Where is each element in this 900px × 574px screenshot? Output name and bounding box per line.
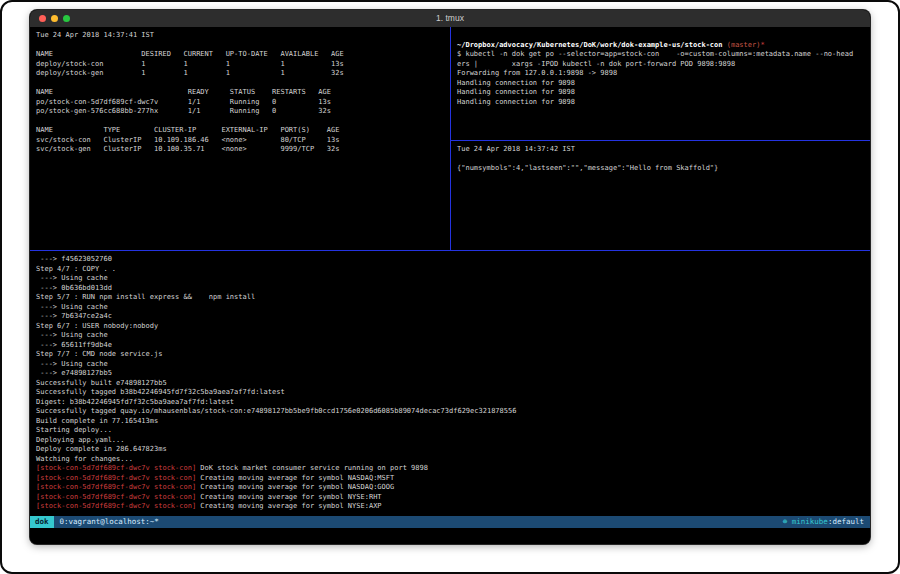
- terminal-line: {"numsymbols":4,"lastseen":"","message":…: [457, 164, 864, 174]
- pane-service-response[interactable]: Tue 24 Apr 2018 14:37:42 IST{"numsymbols…: [451, 141, 870, 250]
- terminal-line: deploy/stock-gen 1 1 1 1 32s: [36, 69, 444, 79]
- text-segment: Deploying app.yaml...: [36, 436, 125, 444]
- text-segment: ---> Using cache: [36, 360, 108, 368]
- terminal-line: Tue 24 Apr 2018 14:37:41 IST: [36, 31, 444, 41]
- text-segment: Step 7/7 : CMD node service.js: [36, 350, 162, 358]
- terminal-line: Step 7/7 : CMD node service.js: [36, 350, 864, 360]
- text-segment: svc/stock-con ClusterIP 10.109.186.46 <n…: [36, 136, 339, 144]
- terminal-line: [36, 117, 444, 127]
- text-segment: Creating moving average for symbol NASDA…: [196, 474, 394, 482]
- terminal-line: [36, 41, 444, 51]
- terminal-line: Digest: b38b42246945fd7f32c5ba9aea7af7fd…: [36, 398, 864, 408]
- terminal-line: ---> e74898127bb5: [36, 369, 864, 379]
- text-segment: ---> Using cache: [36, 331, 108, 339]
- text-segment: Successfully tagged quay.io/mhausenblas/…: [36, 407, 516, 415]
- terminal-line: [457, 155, 864, 165]
- terminal-line: Build complete in 77.165413ms: [36, 417, 864, 427]
- window-title: 1. tmux: [30, 10, 870, 27]
- terminal-line: NAME DESIRED CURRENT UP-TO-DATE AVAILABL…: [36, 50, 444, 60]
- terminal-line: Handling connection for 9898: [457, 88, 864, 98]
- status-bar-spacer: [165, 516, 777, 528]
- terminal-line: [stock-con-5d7df689cf-dwc7v stock-con] C…: [36, 493, 864, 503]
- text-segment: ers | xargs -IPOD kubectl -n dok port-fo…: [457, 60, 735, 68]
- text-segment: {"numsymbols":4,"lastseen":"","message":…: [457, 164, 718, 172]
- red-text: [stock-con-5d7df689cf-dwc7v stock-con]: [36, 464, 196, 472]
- terminal-line: po/stock-con-5d7df689cf-dwc7v 1/1 Runnin…: [36, 98, 444, 108]
- text-segment: Step 4/7 : COPY . .: [36, 265, 116, 273]
- terminal-line: svc/stock-con ClusterIP 10.109.186.46 <n…: [36, 136, 444, 146]
- terminal-line: [457, 31, 864, 41]
- terminal-line: Tue 24 Apr 2018 14:37:42 IST: [457, 145, 864, 155]
- terminal-line: Watching for changes...: [36, 455, 864, 465]
- text-segment: NAME READY STATUS RESTARTS AGE: [36, 88, 331, 96]
- tmux-session-area: Tue 24 Apr 2018 14:37:41 ISTNAME DESIRED…: [30, 27, 870, 544]
- terminal-line: Successfully tagged b38b42246945fd7f32c5…: [36, 388, 864, 398]
- terminal-line: Deploying app.yaml...: [36, 436, 864, 446]
- terminal-line: Step 6/7 : USER nobody:nobody: [36, 322, 864, 332]
- terminal-line: [stock-con-5d7df689cf-dwc7v stock-con] D…: [36, 464, 864, 474]
- terminal-line: NAME READY STATUS RESTARTS AGE: [36, 88, 444, 98]
- pane-skaffold-build-log[interactable]: ---> f45623052760Step 4/7 : COPY . . ---…: [30, 251, 870, 516]
- text-segment: Handling connection for 9898: [457, 98, 575, 106]
- red-text: [stock-con-5d7df689cf-dwc7v stock-con]: [36, 474, 196, 482]
- window-titlebar: 1. tmux: [30, 10, 870, 27]
- terminal-line: ---> Using cache: [36, 331, 864, 341]
- text-segment: DoK stock market consumer service runnin…: [196, 464, 428, 472]
- kube-context-name: minikube: [787, 517, 828, 526]
- text-segment: NAME TYPE CLUSTER-IP EXTERNAL-IP PORT(S)…: [36, 126, 339, 134]
- terminal-line: ers | xargs -IPOD kubectl -n dok port-fo…: [457, 60, 864, 70]
- text-segment: Step 5/7 : RUN npm install express && np…: [36, 293, 255, 301]
- terminal-line: ---> 65611ff9db4e: [36, 341, 864, 351]
- red-text: [stock-con-5d7df689cf-dwc7v stock-con]: [36, 483, 196, 491]
- terminal-line: ---> Using cache: [36, 274, 864, 284]
- text-segment: Build complete in 77.165413ms: [36, 417, 158, 425]
- text-segment: po/stock-gen-576cc688bb-277hx 1/1 Runnin…: [36, 107, 331, 115]
- kube-context-namespace: :default: [828, 517, 864, 526]
- text-segment: ---> e74898127bb5: [36, 369, 112, 377]
- terminal-line: [stock-con-5d7df689cf-dwc7v stock-con] C…: [36, 483, 864, 493]
- path-text: ~/Dropbox/advocacy/Kubernetes/DoK/work/d…: [457, 41, 727, 49]
- tmux-status-bar: dok 0:vagrant@localhost:~* ☸ minikube:de…: [30, 516, 870, 528]
- terminal-line: Starting deploy...: [36, 426, 864, 436]
- terminal-line: $ kubectl -n dok get po --selector=app=s…: [457, 50, 864, 60]
- tmux-window-item[interactable]: 0:vagrant@localhost:~*: [54, 516, 165, 528]
- red-text: *: [760, 41, 764, 49]
- branch-text: (master): [727, 41, 761, 49]
- text-segment: ---> 7b6347ce2a4c: [36, 312, 112, 320]
- text-segment: ---> 0b636bd013dd: [36, 284, 112, 292]
- text-segment: svc/stock-gen ClusterIP 10.100.35.71 <no…: [36, 145, 339, 153]
- text-segment: $ kubectl -n dok get po --selector=app=s…: [457, 50, 853, 58]
- terminal-line: deploy/stock-con 1 1 1 1 13s: [36, 60, 444, 70]
- text-segment: Successfully tagged b38b42246945fd7f32c5…: [36, 388, 285, 396]
- terminal-line: ---> f45623052760: [36, 255, 864, 265]
- terminal-line: Step 4/7 : COPY . .: [36, 265, 864, 275]
- terminal-line: Step 5/7 : RUN npm install express && np…: [36, 293, 864, 303]
- red-text: [stock-con-5d7df689cf-dwc7v stock-con]: [36, 502, 196, 510]
- text-segment: deploy/stock-con 1 1 1 1 13s: [36, 60, 344, 68]
- terminal-line: ---> 7b6347ce2a4c: [36, 312, 864, 322]
- terminal-line: ---> Using cache: [36, 360, 864, 370]
- red-text: [stock-con-5d7df689cf-dwc7v stock-con]: [36, 493, 196, 501]
- text-segment: Handling connection for 9898: [457, 79, 575, 87]
- terminal-line: [stock-con-5d7df689cf-dwc7v stock-con] C…: [36, 502, 864, 512]
- terminal-line: svc/stock-gen ClusterIP 10.100.35.71 <no…: [36, 145, 444, 155]
- text-segment: Tue 24 Apr 2018 14:37:42 IST: [457, 145, 575, 153]
- text-segment: Forwarding from 127.0.0.1:9898 -> 9898: [457, 69, 617, 77]
- text-segment: Starting deploy...: [36, 426, 112, 434]
- terminal-line: NAME TYPE CLUSTER-IP EXTERNAL-IP PORT(S)…: [36, 126, 444, 136]
- text-segment: Step 6/7 : USER nobody:nobody: [36, 322, 158, 330]
- terminal-line: ---> Using cache: [36, 303, 864, 313]
- pane-port-forward[interactable]: ~/Dropbox/advocacy/Kubernetes/DoK/work/d…: [451, 27, 870, 140]
- terminal-line: Deploy complete in 286.647823ms: [36, 445, 864, 455]
- pane-kubectl-resources[interactable]: Tue 24 Apr 2018 14:37:41 ISTNAME DESIRED…: [30, 27, 450, 250]
- text-segment: Digest: b38b42246945fd7f32c5ba9aea7af7fd…: [36, 398, 234, 406]
- terminal-line: ~/Dropbox/advocacy/Kubernetes/DoK/work/d…: [457, 41, 864, 51]
- terminal-line: Forwarding from 127.0.0.1:9898 -> 9898: [457, 69, 864, 79]
- terminal-line: Handling connection for 9898: [457, 98, 864, 108]
- terminal-window: 1. tmux Tue 24 Apr 2018 14:37:41 ISTNAME…: [30, 10, 870, 544]
- tmux-session-name: dok: [30, 516, 54, 528]
- text-segment: Tue 24 Apr 2018 14:37:41 IST: [36, 31, 154, 39]
- text-segment: Creating moving average for symbol NYSE:…: [196, 493, 381, 501]
- terminal-line: ---> 0b636bd013dd: [36, 284, 864, 294]
- text-segment: deploy/stock-gen 1 1 1 1 32s: [36, 69, 344, 77]
